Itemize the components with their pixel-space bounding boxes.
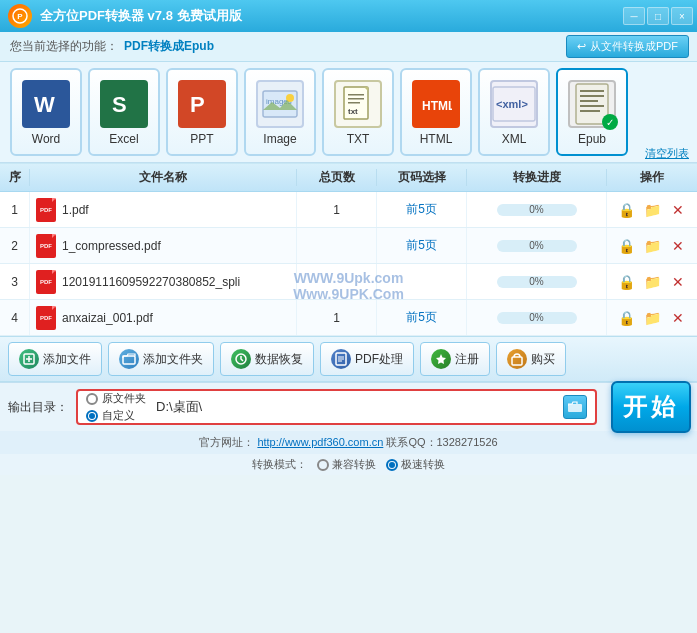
svg-rect-9 — [348, 94, 364, 96]
table-row: 2 PDF 1_compressed.pdf 前5页 0% 🔒 📁 ✕ — [0, 228, 697, 264]
add-folder-icon — [119, 349, 139, 369]
image-icon-img: images — [256, 80, 304, 128]
row1-actions: 🔒 📁 ✕ — [607, 192, 697, 227]
lock-icon[interactable]: 🔒 — [616, 272, 636, 292]
lock-icon[interactable]: 🔒 — [616, 236, 636, 256]
svg-rect-17 — [580, 90, 604, 92]
mode-fast[interactable]: 极速转换 — [386, 457, 445, 472]
pdf-icon: PDF — [36, 306, 56, 330]
row4-progress: 0% — [467, 300, 607, 335]
register-button[interactable]: 注册 — [420, 342, 490, 376]
folder-open-icon[interactable]: 📁 — [642, 236, 662, 256]
add-folder-label: 添加文件夹 — [143, 351, 203, 368]
row1-pages: 1 — [297, 192, 377, 227]
pdf-process-button[interactable]: PDF处理 — [320, 342, 414, 376]
folder-open-icon[interactable]: 📁 — [642, 308, 662, 328]
row3-progress: 0% — [467, 264, 607, 299]
register-icon — [431, 349, 451, 369]
start-button[interactable]: 开始 — [611, 381, 691, 433]
arrow-icon: ↩ — [577, 40, 586, 53]
footer: 官方网址： http://www.pdf360.com.cn 联系QQ：1328… — [0, 431, 697, 454]
bottom-toolbar: 添加文件 添加文件夹 数据恢复 PDF处理 注册 购买 — [0, 336, 697, 382]
word-label: Word — [32, 132, 60, 146]
row1-seq: 1 — [0, 192, 30, 227]
register-label: 注册 — [455, 351, 479, 368]
funcbar-label: 您当前选择的功能： — [10, 38, 118, 55]
radio-custom[interactable]: 自定义 — [86, 408, 156, 423]
row2-seq: 2 — [0, 228, 30, 263]
pdf-process-icon — [331, 349, 351, 369]
convert-from-file-button[interactable]: ↩ 从文件转换成PDF — [566, 35, 689, 58]
app-title: 全方位PDF转换器 v7.8 免费试用版 — [40, 7, 242, 25]
row4-seq: 4 — [0, 300, 30, 335]
restore-button[interactable]: □ — [647, 7, 669, 25]
output-box: 原文件夹 自定义 — [76, 389, 597, 425]
icon-btn-ppt[interactable]: P PPT — [166, 68, 238, 156]
table-row: 1 PDF 1.pdf 1 前5页 0% 🔒 📁 ✕ — [0, 192, 697, 228]
svg-text:txt: txt — [348, 107, 358, 116]
icon-btn-txt[interactable]: txt TXT — [322, 68, 394, 156]
row3-actions: 🔒 📁 ✕ — [607, 264, 697, 299]
icon-btn-image[interactable]: images Image — [244, 68, 316, 156]
pdf-icon: PDF — [36, 270, 56, 294]
xml-label: XML — [502, 132, 527, 146]
radio-original-folder[interactable]: 原文件夹 — [86, 391, 156, 406]
icon-btn-html[interactable]: HTML HTML — [400, 68, 472, 156]
delete-icon[interactable]: ✕ — [668, 272, 688, 292]
row2-pagesel[interactable]: 前5页 — [377, 228, 467, 263]
col-actions: 操作 — [607, 169, 697, 186]
delete-icon[interactable]: ✕ — [668, 200, 688, 220]
svg-rect-31 — [512, 357, 522, 365]
buy-icon — [507, 349, 527, 369]
radio-custom-circle — [86, 410, 98, 422]
convert-mode-bar: 转换模式： 兼容转换 极速转换 — [0, 454, 697, 475]
icon-toolbar: W Word S Excel P — [0, 62, 697, 163]
mode-compatible[interactable]: 兼容转换 — [317, 457, 376, 472]
row1-pagesel[interactable]: 前5页 — [377, 192, 467, 227]
svg-rect-10 — [348, 98, 364, 100]
epub-active-indicator: ✓ — [602, 114, 618, 130]
folder-open-icon[interactable]: 📁 — [642, 200, 662, 220]
svg-rect-11 — [348, 102, 360, 104]
add-file-button[interactable]: 添加文件 — [8, 342, 102, 376]
radio-custom-label: 自定义 — [102, 408, 135, 423]
icon-btn-excel[interactable]: S Excel — [88, 68, 160, 156]
table-row: 3 PDF 12019111609592270380852_spli 0% 🔒 … — [0, 264, 697, 300]
output-path-input[interactable] — [156, 400, 559, 415]
footer-url[interactable]: http://www.pdf360.com.cn — [257, 436, 383, 448]
clear-list-button[interactable]: 清空列表 — [645, 146, 689, 161]
output-label: 输出目录： — [8, 399, 68, 416]
row1-filename: PDF 1.pdf — [30, 192, 297, 227]
row3-pagesel[interactable] — [377, 264, 467, 299]
svg-rect-20 — [580, 105, 604, 107]
icon-btn-xml[interactable]: <xml> XML — [478, 68, 550, 156]
add-folder-button[interactable]: 添加文件夹 — [108, 342, 214, 376]
minimize-button[interactable]: ─ — [623, 7, 645, 25]
browse-folder-button[interactable] — [563, 395, 587, 419]
pdf-icon: PDF — [36, 198, 56, 222]
current-function: PDF转换成Epub — [124, 38, 214, 55]
delete-icon[interactable]: ✕ — [668, 308, 688, 328]
txt-label: TXT — [347, 132, 370, 146]
row4-pagesel[interactable]: 前5页 — [377, 300, 467, 335]
lock-icon[interactable]: 🔒 — [616, 200, 636, 220]
close-button[interactable]: × — [671, 7, 693, 25]
buy-button[interactable]: 购买 — [496, 342, 566, 376]
col-pages: 总页数 — [297, 169, 377, 186]
ppt-icon-img: P — [178, 80, 226, 128]
svg-rect-19 — [580, 100, 598, 102]
epub-icon-img: ✓ — [568, 80, 616, 128]
mode-fast-label: 极速转换 — [401, 457, 445, 472]
row3-filename: PDF 12019111609592270380852_spli — [30, 264, 297, 299]
svg-rect-21 — [580, 110, 600, 112]
icon-btn-word[interactable]: W Word — [10, 68, 82, 156]
icon-btn-epub[interactable]: ✓ Epub — [556, 68, 628, 156]
delete-icon[interactable]: ✕ — [668, 236, 688, 256]
buy-label: 购买 — [531, 351, 555, 368]
svg-rect-18 — [580, 95, 604, 97]
col-progress: 转换进度 — [467, 169, 607, 186]
folder-open-icon[interactable]: 📁 — [642, 272, 662, 292]
lock-icon[interactable]: 🔒 — [616, 308, 636, 328]
excel-icon-img: S — [100, 80, 148, 128]
data-recover-button[interactable]: 数据恢复 — [220, 342, 314, 376]
